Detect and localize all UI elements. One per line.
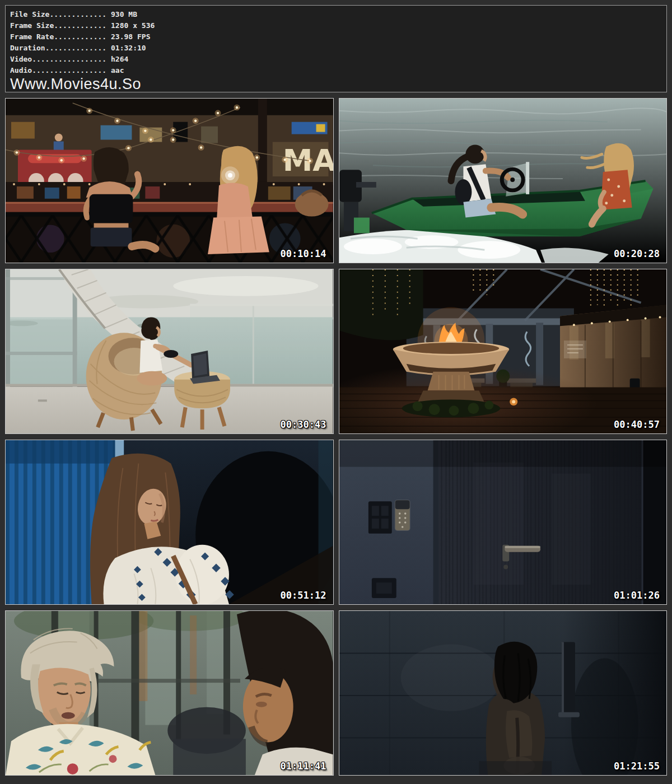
info-label: Duration [10,44,45,52]
info-leader-dots: .............. [45,44,107,52]
info-label: Audio [10,66,32,74]
info-line-file-size: File Size.............930 MB [10,9,661,20]
info-label: Frame Size [10,21,54,30]
timestamp-badge: 00:30:43 [281,419,326,430]
info-label: Frame Rate [10,32,54,41]
info-line-frame-rate: Frame Rate............23.98 FPS [10,31,661,43]
media-info-panel: File Size.............930 MB Frame Size.… [5,5,667,92]
info-label: Video [10,55,32,63]
info-line-duration: Duration..............01:32:10 [10,43,661,54]
door-scene-image [339,440,667,604]
thumbnail-grid: MA [5,98,667,776]
thumbnail-door: 01:01:26 [339,440,668,605]
info-line-frame-size: Frame Size............1280 x 536 [10,20,661,31]
speedboat-scene-image [339,99,667,263]
info-value: 23.98 FPS [111,32,150,41]
shower-scene-image [339,611,667,775]
fountain-scene-image [339,269,667,433]
two-men-scene-image [6,611,333,775]
thumbnail-shower: 01:21:55 [339,610,668,776]
info-value: 01:32:10 [111,44,146,52]
info-value: aac [111,66,124,74]
info-leader-dots: ................. [32,55,106,63]
site-watermark: Www.Movies4u.So [10,76,661,92]
info-leader-dots: ............. [49,10,106,18]
info-value: 1280 x 536 [111,21,155,30]
night-market-scene-image: MA [6,99,333,263]
timestamp-badge: 00:40:57 [614,419,660,430]
timestamp-badge: 00:20:28 [614,248,660,259]
info-line-video-codec: Video.................h264 [10,54,661,65]
timestamp-badge: 01:21:55 [614,760,660,772]
info-leader-dots: ................. [32,66,106,74]
info-label: File Size [10,10,49,18]
timestamp-badge: 00:51:12 [281,590,326,601]
info-leader-dots: ............ [54,21,106,30]
info-value: 930 MB [111,10,137,18]
timestamp-badge: 00:10:14 [281,248,326,259]
info-line-audio-codec: Audio.................aac [10,65,661,76]
info-value: h264 [111,55,128,63]
thumbnail-speedboat: 00:20:28 [339,98,668,263]
balcony-scene-image [6,269,333,433]
video-preview-sheet: File Size.............930 MB Frame Size.… [0,0,672,784]
thumbnail-fountain: 00:40:57 [339,269,668,434]
timestamp-badge: 01:11:41 [281,760,326,772]
info-leader-dots: ............ [54,32,106,41]
blouse-woman-scene-image [6,440,333,604]
thumbnail-balcony: 00:30:43 [5,269,334,434]
thumbnail-blouse-woman: 00:51:12 [5,440,334,605]
thumbnail-two-men: 01:11:41 [5,610,334,776]
thumbnail-night-market: MA [5,98,334,263]
timestamp-badge: 01:01:26 [614,590,660,601]
